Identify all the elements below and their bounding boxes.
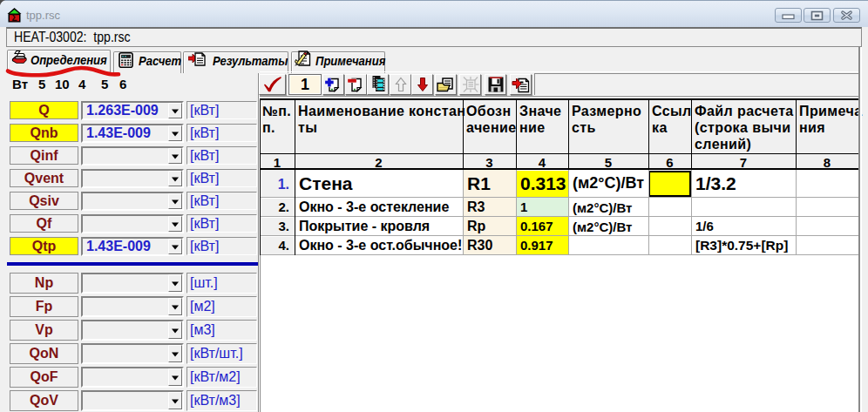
svg-text:Σ: Σ (11, 13, 17, 23)
